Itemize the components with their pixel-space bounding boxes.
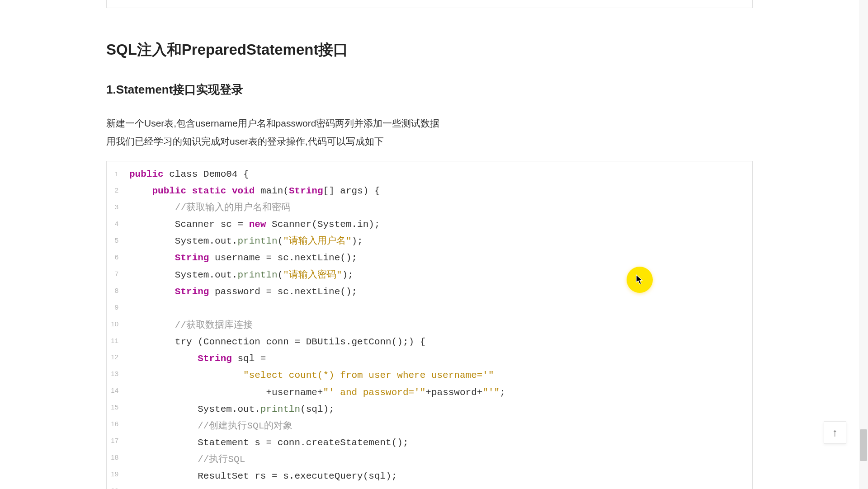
arrow-up-icon: ↑ bbox=[832, 426, 838, 439]
code-text: ( bbox=[278, 270, 283, 280]
line-num: 19 bbox=[108, 466, 119, 483]
type-string: String bbox=[175, 253, 209, 263]
line-num: 6 bbox=[108, 249, 119, 266]
line-num: 3 bbox=[108, 199, 119, 216]
cursor-icon bbox=[636, 274, 644, 285]
code-text: password = sc.nextLine(); bbox=[209, 287, 357, 297]
type-string: String bbox=[198, 353, 232, 364]
str: "请输入密码" bbox=[283, 270, 342, 280]
line-num: 13 bbox=[108, 366, 119, 382]
line-num: 4 bbox=[108, 216, 119, 232]
line-num: 11 bbox=[108, 333, 119, 349]
code-text: +username+ bbox=[266, 387, 323, 398]
code-text: ); bbox=[352, 236, 363, 246]
fn-println: println bbox=[237, 236, 277, 246]
code-text: ; bbox=[500, 387, 505, 398]
kw-static: static bbox=[192, 186, 226, 196]
code-text: try (Connection conn = DBUtils.getConn()… bbox=[175, 337, 426, 347]
section-heading: SQL注入和PreparedStatement接口 bbox=[106, 40, 753, 60]
kw-new: new bbox=[249, 219, 266, 230]
code-text: System.out. bbox=[198, 404, 260, 414]
line-num: 18 bbox=[108, 449, 119, 466]
previous-block-border bbox=[106, 0, 753, 8]
code-text: sql = bbox=[232, 353, 266, 364]
line-num: 1 bbox=[108, 166, 119, 183]
scrollbar-track[interactable] bbox=[859, 0, 868, 489]
args: [] args) { bbox=[323, 186, 380, 196]
code-text: ( bbox=[278, 236, 283, 246]
paragraph-1: 新建一个User表,包含username用户名和password密码两列并添加一… bbox=[106, 115, 753, 132]
line-num: 12 bbox=[108, 349, 119, 366]
class-name: Demo04 bbox=[203, 169, 238, 179]
code-content: public class Demo04 { public static void… bbox=[123, 161, 752, 489]
type-string: String bbox=[289, 186, 323, 196]
line-num: 17 bbox=[108, 433, 119, 449]
line-num: 7 bbox=[108, 266, 119, 282]
line-num: 16 bbox=[108, 416, 119, 433]
brace: { bbox=[243, 169, 249, 179]
code-text: +password+ bbox=[425, 387, 482, 398]
code-block: 1 2 3 4 5 6 7 8 9 10 11 12 13 14 15 16 1… bbox=[106, 161, 753, 489]
line-num: 15 bbox=[108, 399, 119, 416]
fn-println: println bbox=[237, 270, 277, 280]
line-num: 20 bbox=[108, 483, 119, 489]
str: "'" bbox=[482, 387, 500, 398]
line-num: 8 bbox=[108, 282, 119, 299]
str: "' and password='" bbox=[323, 387, 425, 398]
sub-heading: 1.Statement接口实现登录 bbox=[106, 82, 753, 98]
scroll-to-top-button[interactable]: ↑ bbox=[824, 421, 846, 444]
line-number-gutter: 1 2 3 4 5 6 7 8 9 10 11 12 13 14 15 16 1… bbox=[107, 161, 123, 489]
comment: //获取输入的用户名和密码 bbox=[175, 202, 291, 213]
code-text: (sql); bbox=[300, 404, 335, 414]
code-text: Statement s = conn.createStatement(); bbox=[198, 437, 408, 448]
line-num: 2 bbox=[108, 182, 119, 199]
paragraph-2: 用我们已经学习的知识完成对user表的登录操作,代码可以写成如下 bbox=[106, 133, 753, 150]
type-string: String bbox=[175, 287, 209, 297]
code-text: Scanner sc = bbox=[175, 219, 249, 230]
kw-void: void bbox=[232, 186, 255, 196]
kw-public: public bbox=[129, 169, 164, 179]
line-num: 10 bbox=[108, 316, 119, 333]
kw-public: public bbox=[152, 186, 186, 196]
code-text: ResultSet rs = s.executeQuery(sql); bbox=[198, 471, 397, 481]
code-text: username = sc.nextLine(); bbox=[209, 253, 357, 263]
kw-class: class bbox=[169, 169, 198, 179]
str: "请输入用户名" bbox=[283, 236, 351, 246]
code-text: Scanner(System.in); bbox=[266, 219, 380, 230]
code-text: ); bbox=[342, 270, 354, 280]
line-num: 5 bbox=[108, 232, 119, 249]
main: main( bbox=[260, 186, 289, 196]
line-num: 9 bbox=[108, 299, 119, 316]
code-text: System.out. bbox=[175, 270, 238, 280]
code-text: System.out. bbox=[175, 236, 238, 246]
comment: //创建执行SQL的对象 bbox=[198, 421, 292, 431]
cursor-highlight bbox=[627, 267, 653, 293]
line-num: 14 bbox=[108, 382, 119, 399]
comment: //获取数据库连接 bbox=[175, 320, 253, 330]
scrollbar-thumb[interactable] bbox=[860, 429, 867, 461]
fn-println: println bbox=[260, 404, 300, 414]
str: "select count(*) from user where usernam… bbox=[243, 370, 494, 381]
comment: //执行SQL bbox=[198, 454, 245, 465]
